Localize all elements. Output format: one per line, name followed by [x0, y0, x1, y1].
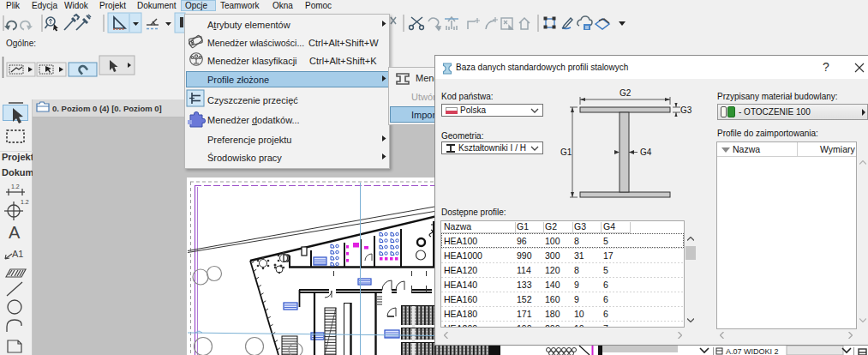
svg-text:A: A — [9, 223, 21, 242]
svg-text:G4: G4 — [640, 147, 652, 157]
svg-text:Dokum: Dokum — [2, 167, 33, 178]
svg-text:G1: G1 — [560, 147, 572, 157]
svg-text:A1: A1 — [12, 249, 23, 259]
svg-text:1.2: 1.2 — [11, 184, 20, 190]
svg-text:G2: G2 — [620, 88, 632, 98]
svg-text:Projekt: Projekt — [2, 152, 33, 162]
svg-text:1.2: 1.2 — [21, 199, 29, 205]
svg-text:G3: G3 — [680, 105, 692, 115]
